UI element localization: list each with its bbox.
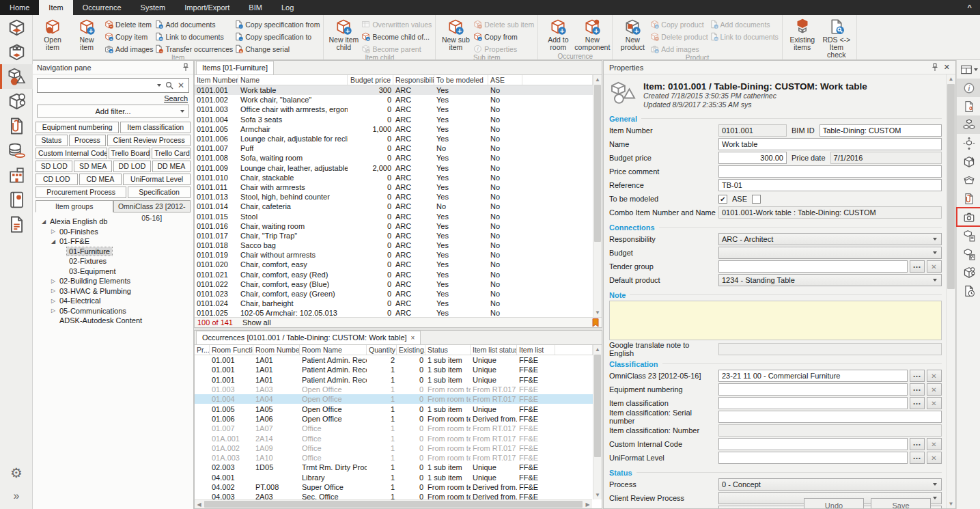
right-strip-log[interactable] (957, 281, 980, 300)
table-row[interactable]: 01.0031A03Open Office10From room te...Fr… (195, 385, 593, 394)
right-strip-images-highlighted[interactable] (957, 208, 980, 226)
table-row[interactable]: 0101.019Chair without armrests0ARCYesNo (195, 250, 593, 260)
table-row[interactable]: 0101.022Chair, comfort, easy (Blue)0ARCY… (195, 279, 593, 289)
search-icon[interactable] (165, 81, 173, 90)
table-row[interactable]: 01.0011A01Patient Admin. Recept.101 sub … (195, 365, 593, 374)
tender-group-clear-button[interactable]: ✕ (927, 260, 942, 273)
right-strip-occurrences[interactable] (957, 134, 980, 152)
table-row[interactable]: 0101.024Chair, barheight0ARCYesNo (195, 299, 593, 308)
column-header-item-list-status[interactable]: Item list status (471, 345, 517, 355)
tree-collapsed-icon[interactable]: ▷ (49, 288, 57, 294)
right-strip-layout[interactable] (957, 60, 980, 79)
column-header-existing[interactable]: Existing... (397, 345, 425, 355)
table-row[interactable]: 0101.023Chair, comfort, easy (Green)0ARC… (195, 289, 593, 299)
table-row[interactable]: 0101.013Stool, high, behind counter0ARCY… (195, 192, 593, 202)
filter-button-client-review-process[interactable]: Client Review Process (107, 135, 191, 146)
filter-button-status[interactable]: Status (36, 135, 68, 146)
menu-tab-item[interactable]: Item (39, 0, 72, 15)
filter-button-dd-lod[interactable]: DD LOD (113, 161, 151, 172)
right-strip-attachments[interactable] (957, 189, 980, 208)
uniformat-level-field[interactable] (718, 452, 908, 464)
menu-tab-occurrence[interactable]: Occurrence (73, 0, 131, 15)
item-classification-field[interactable] (718, 397, 908, 409)
table-row[interactable]: 0101.007Puff0ARCNoNo (195, 143, 593, 153)
tender-group-field[interactable] (718, 260, 908, 273)
occurrences-hscrollbar[interactable]: ◀ ▶ (195, 499, 592, 508)
table-row[interactable]: 0101.008Sofa, waiting room0ARCYesNo (195, 153, 593, 163)
filter-button-cd-lod[interactable]: CD LOD (36, 174, 78, 185)
sidebar-item-products[interactable] (0, 89, 33, 113)
undo-button[interactable]: Undo (804, 498, 864, 508)
close-icon[interactable]: ✕ (944, 63, 950, 72)
tree-node-alexia-english-db[interactable]: ◢Alexia English db (34, 217, 192, 227)
table-row[interactable]: 01.0051A05Open Office101 sub itemUniqueF… (195, 404, 593, 413)
right-strip-codes[interactable] (957, 245, 980, 263)
table-row[interactable]: 02.0031D05Trmt Rm. Dirty Proc.101 sub it… (195, 463, 593, 472)
budget-price-field[interactable]: 300.00 (718, 152, 787, 164)
delete-item-button[interactable]: −Delete item (104, 19, 153, 29)
column-header-pr[interactable]: Pr... (195, 345, 210, 355)
sidebar-item-finance[interactable] (0, 138, 33, 163)
filter-button-dd-mea[interactable]: DD MEA (152, 161, 191, 172)
tree-expanded-icon[interactable]: ◢ (40, 219, 48, 225)
column-header-item-number[interactable]: Item Number (195, 75, 238, 85)
filter-button-specification[interactable]: Specification (128, 187, 191, 198)
sidebar-item-catalog[interactable] (0, 187, 33, 212)
table-row[interactable]: 01.0071A07Office10From room te...From RT… (195, 424, 593, 433)
tender-group-browse-button[interactable]: ••• (910, 260, 925, 273)
table-row[interactable]: 04.001Library101 sub itemUniqueFF&E (195, 473, 593, 482)
menu-tab-import-export[interactable]: Import/Export (175, 0, 239, 15)
table-row[interactable]: 0101.014Chair, cafeteria0ARCNoNo (195, 202, 593, 211)
filter-button-item-classification[interactable]: Item classification (120, 122, 191, 133)
right-strip-specification[interactable] (957, 97, 980, 115)
omniclass-23-clear-button[interactable]: ✕ (927, 370, 942, 382)
column-header-room-function[interactable]: Room Function #: (210, 345, 253, 355)
tree-collapsed-icon[interactable]: ▷ (49, 307, 57, 314)
search-dropdown-icon[interactable] (157, 84, 161, 87)
right-strip-sub-items[interactable] (957, 115, 980, 134)
table-row[interactable]: 0101.005Armchair1,000ARCYesNo (195, 124, 593, 134)
responsibility-select[interactable]: ARC - Architect (718, 233, 942, 245)
items-scrollbar[interactable]: ▲ ▼ (593, 75, 602, 317)
table-row[interactable]: 0101.015Stool0ARCYesNo (195, 211, 593, 221)
table-row[interactable]: 01A.0012A14Office10From room te...From R… (195, 433, 593, 443)
sidebar-item-building[interactable] (0, 163, 33, 187)
table-row[interactable]: 01.0041A04Open Office10From room te...Fr… (195, 394, 593, 404)
tree-node-02-building-elements[interactable]: ▷02-Building Elements (34, 276, 192, 286)
open-item-button[interactable]: Open item (36, 16, 69, 53)
reference-field[interactable]: TB-01 (718, 179, 942, 191)
sidebar-item-items[interactable] (0, 64, 33, 89)
price-comment-field[interactable] (718, 165, 942, 178)
table-row[interactable]: 0101.020Chair, comfort, easy0ARCYesNo (195, 260, 593, 269)
table-row[interactable]: 0101.001Work table300ARCYesNo (195, 85, 593, 95)
properties-scrollbar[interactable]: ▲ ▼ (946, 74, 955, 508)
tree-collapsed-icon[interactable]: ▷ (49, 278, 57, 284)
omniclass-23-field[interactable]: 23-21 11 00 - Commercial Furniture (718, 370, 908, 382)
tree-node-05-communications[interactable]: ▷05-Communications (34, 306, 192, 316)
column-header-room-name[interactable]: Room Name (300, 345, 367, 355)
ase-checkbox[interactable] (752, 195, 761, 204)
process-select[interactable]: 0 - Concept (718, 478, 942, 491)
column-header-responsibility[interactable]: Responsibility (393, 75, 434, 85)
tree-collapsed-icon[interactable]: ▷ (49, 228, 57, 234)
become-child-of-button[interactable]: +Become child of... (361, 31, 432, 42)
link-to-documents-button[interactable]: ∞Link to documents (154, 31, 233, 42)
menu-tab-bim[interactable]: BIM (239, 0, 272, 15)
items-tab[interactable]: Items [01-Furniture] (196, 61, 274, 74)
filter-button-process[interactable]: Process (69, 135, 107, 146)
name-field[interactable]: Work table (718, 138, 942, 150)
close-tab-icon[interactable]: × (411, 331, 415, 344)
filter-button-procurement-process[interactable]: Procurement Process (36, 187, 126, 198)
default-product-select[interactable]: 1234 - Standing Table (718, 274, 942, 286)
nav-tab-item-groups[interactable]: Item groups (36, 200, 113, 212)
new-product-button[interactable]: +New product (616, 16, 649, 53)
clear-search-icon[interactable]: ✕ (178, 81, 184, 90)
copy-specification-from-button[interactable]: ←Copy specification from (234, 19, 320, 29)
pin-icon[interactable] (182, 63, 189, 72)
transfer-occurrences-button[interactable]: →Transfer occurrences (154, 44, 233, 54)
occurrences-vscrollbar[interactable]: ▲ ▼ (593, 345, 602, 499)
filter-button-sd-mea[interactable]: SD MEA (74, 161, 112, 172)
right-strip-info[interactable]: i (957, 79, 980, 97)
tree-node-03-equipment[interactable]: 03-Equipment (34, 266, 192, 277)
table-row[interactable]: 01A.0021A09Office10From room te...From R… (195, 443, 593, 453)
